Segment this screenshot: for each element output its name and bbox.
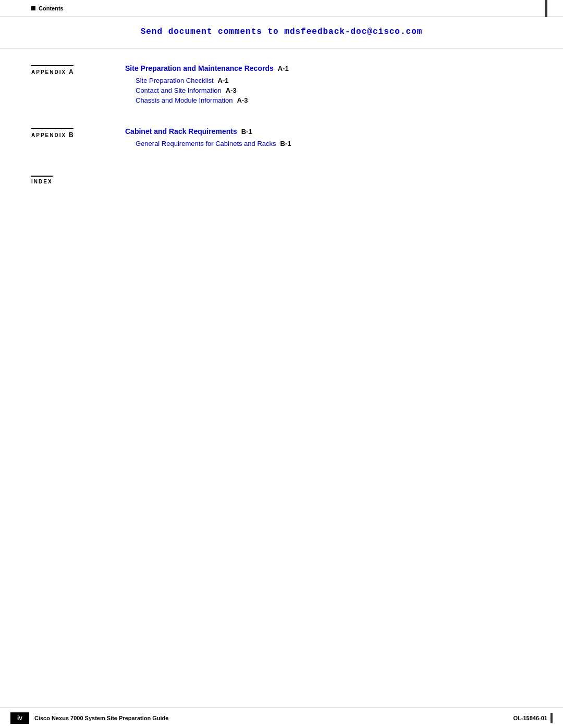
page-container: Contents Send document comments to mdsfe… [0,0,563,728]
appendix-b-label-col: Appendix B [31,127,125,150]
appendix-a-letter: A [69,68,74,76]
contents-label: Contents [31,5,64,11]
appendix-b-prefix: Appendix [31,132,66,138]
toc-item-general-req-text[interactable]: General Requirements for Cabinets and Ra… [136,140,276,147]
appendix-a-content: Site Preparation and Maintenance Records… [125,64,532,106]
appendix-b-title-text[interactable]: Cabinet and Rack Requirements [125,127,237,135]
appendix-b-section: Appendix B Cabinet and Rack Requirements… [31,127,532,155]
toc-item-chassis-page: A-3 [237,96,248,104]
appendix-b-content: Cabinet and Rack Requirements B-1 Genera… [125,127,532,150]
toc-item-contact: Contact and Site Information A-3 [125,87,532,94]
appendix-a-label: Appendix A [31,65,74,76]
toc-item-general-req-page: B-1 [280,140,291,147]
contents-text: Contents [39,5,64,11]
index-label-text: Index [31,176,53,184]
toc-item-contact-page: A-3 [226,87,237,94]
email-header: Send document comments to mdsfeedback-do… [0,17,563,48]
contents-square-icon [31,6,35,10]
index-label-col: Index [31,176,125,186]
footer-doc-id: OL-15846-01 [513,715,547,721]
footer-right-line-icon [550,713,553,723]
appendix-a-prefix: Appendix [31,69,66,75]
appendix-b-title-row: Cabinet and Rack Requirements B-1 [125,127,532,135]
appendix-a-title-page: A-1 [278,65,289,72]
appendix-b-letter: B [69,131,74,139]
top-bar: Contents [0,0,563,17]
index-section: Index [31,170,532,186]
footer-page-num: iv [10,712,29,724]
toc-item-chassis: Chassis and Module Information A-3 [125,96,532,104]
toc-item-checklist: Site Preparation Checklist A-1 [125,77,532,84]
footer-right: OL-15846-01 [513,713,553,723]
appendix-a-section: Appendix A Site Preparation and Maintena… [31,64,532,112]
index-label-display: Index [31,179,53,184]
toc-item-chassis-text[interactable]: Chassis and Module Information [136,96,232,104]
toc-item-checklist-text[interactable]: Site Preparation Checklist [136,77,214,84]
appendix-a-label-col: Appendix A [31,64,125,106]
footer-doc-title: Cisco Nexus 7000 System Site Preparation… [34,715,168,721]
footer-left: iv Cisco Nexus 7000 System Site Preparat… [10,712,168,724]
top-bar-right-line [545,0,547,17]
index-content-col [125,176,532,186]
main-content: Appendix A Site Preparation and Maintena… [0,48,563,728]
appendix-b-label: Appendix B [31,128,74,139]
appendix-a-title-row: Site Preparation and Maintenance Records… [125,64,532,72]
toc-item-contact-text[interactable]: Contact and Site Information [136,87,222,94]
appendix-b-title-page: B-1 [241,128,252,135]
appendix-a-title-text[interactable]: Site Preparation and Maintenance Records [125,64,274,72]
toc-item-checklist-page: A-1 [218,77,229,84]
footer: iv Cisco Nexus 7000 System Site Preparat… [0,708,563,728]
toc-item-general-req: General Requirements for Cabinets and Ra… [125,140,532,147]
email-link[interactable]: Send document comments to mdsfeedback-do… [141,27,423,36]
